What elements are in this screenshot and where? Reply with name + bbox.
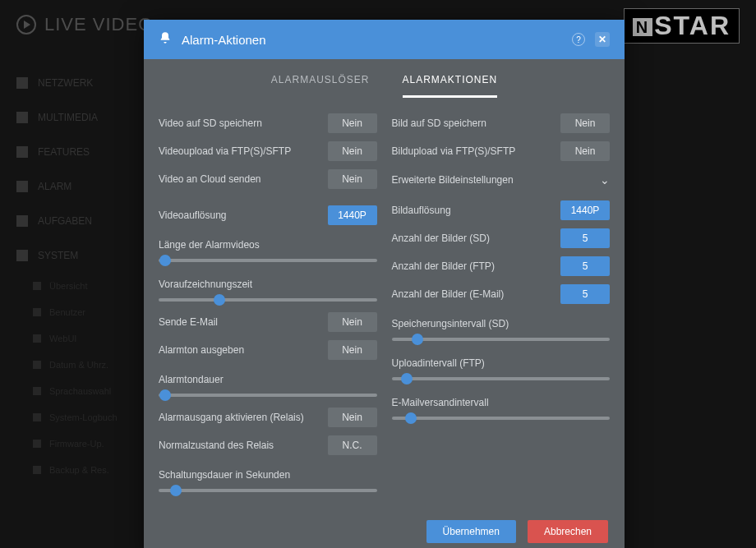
select-relay-state[interactable]: N.C.	[328, 435, 377, 455]
modal-header: Alarm-Aktionen ? ✕	[144, 20, 625, 59]
row-alarm-tone: Alarmton ausgebenNein	[159, 338, 377, 362]
slider-thumb[interactable]	[401, 373, 413, 385]
toggle-video-cloud[interactable]: Nein	[328, 169, 377, 189]
row-image-sd: Bild auf SD speichernNein	[392, 111, 611, 136]
label-interval-sd: Speicherungsintervall (SD)	[392, 318, 611, 329]
label-switch-duration: Schaltungsdauer in Sekunden	[159, 469, 377, 481]
toggle-image-sd[interactable]: Nein	[560, 113, 610, 133]
row-video-cloud: Video an Cloud sendenNein	[159, 167, 377, 191]
cancel-button[interactable]: Abbrechen	[528, 520, 608, 543]
select-video-resolution[interactable]: 1440P	[328, 205, 377, 225]
modal-title: Alarm-Aktionen	[182, 33, 562, 47]
label-video-length: Länge der Alarmvideos	[159, 239, 377, 251]
label-tone-duration: Alarmtondauer	[159, 374, 377, 385]
alarm-actions-modal: Alarm-Aktionen ? ✕ ALARMAUSLÖSER ALARMAK…	[144, 20, 625, 548]
toggle-alarm-tone[interactable]: Nein	[328, 340, 377, 360]
slider-video-length[interactable]	[159, 259, 377, 262]
modal-body: Video auf SD speichernNein Videoupload v…	[144, 98, 625, 507]
close-icon[interactable]: ✕	[595, 32, 610, 47]
right-column: Bild auf SD speichernNein Bildupload via…	[392, 111, 611, 500]
slider-interval-ftp[interactable]	[392, 377, 611, 380]
input-count-email[interactable]: 5	[560, 284, 610, 304]
label-pre-record: Voraufzeichnungszeit	[159, 279, 377, 290]
slider-interval-email[interactable]	[392, 417, 611, 420]
expand-advanced-image[interactable]: Erweiterte Bildeinstellungen ⌄	[392, 167, 611, 195]
slider-thumb[interactable]	[170, 485, 182, 496]
slider-thumb[interactable]	[159, 255, 171, 266]
toggle-video-ftp[interactable]: Nein	[328, 141, 377, 161]
row-video-res: Videoauflösung1440P	[159, 203, 377, 228]
row-relay: Alarmausgang aktivieren (Relais)Nein	[159, 405, 377, 430]
tab-alarm-trigger[interactable]: ALARMAUSLÖSER	[271, 74, 370, 98]
row-count-email: Anzahl der Bilder (E-Mail)5	[392, 282, 611, 306]
input-count-ftp[interactable]: 5	[560, 256, 610, 276]
chevron-down-icon: ⌄	[600, 173, 610, 187]
label-advanced-image: Erweiterte Bildeinstellungen	[392, 174, 514, 186]
row-video-sd: Video auf SD speichernNein	[159, 111, 377, 136]
input-count-sd[interactable]: 5	[560, 228, 610, 248]
slider-tone-duration[interactable]	[159, 394, 377, 397]
tab-alarm-actions[interactable]: ALARMAKTIONEN	[403, 74, 498, 98]
label-interval-ftp: Uploadintervall (FTP)	[392, 357, 611, 369]
slider-pre-record[interactable]	[159, 298, 377, 302]
slider-thumb[interactable]	[214, 294, 225, 306]
row-relay-state: Normalzustand des RelaisN.C.	[159, 433, 377, 458]
modal-footer: Übernehmen Abbrechen	[144, 507, 625, 548]
select-image-resolution[interactable]: 1440P	[560, 200, 610, 220]
bell-icon	[159, 31, 172, 48]
help-icon[interactable]: ?	[572, 33, 585, 46]
row-count-sd: Anzahl der Bilder (SD)5	[392, 226, 611, 251]
toggle-relay[interactable]: Nein	[328, 408, 377, 427]
row-count-ftp: Anzahl der Bilder (FTP)5	[392, 254, 611, 279]
slider-switch-duration[interactable]	[159, 489, 377, 492]
slider-thumb[interactable]	[159, 389, 171, 401]
slider-thumb[interactable]	[405, 412, 417, 424]
toggle-video-sd[interactable]: Nein	[328, 113, 377, 133]
row-image-res: Bildauflösung1440P	[392, 198, 611, 223]
slider-thumb[interactable]	[412, 334, 423, 345]
toggle-email[interactable]: Nein	[328, 312, 377, 332]
row-email: Sende E-MailNein	[159, 310, 377, 334]
slider-interval-sd[interactable]	[392, 338, 611, 341]
label-interval-email: E-Mailversandintervall	[392, 397, 611, 408]
toggle-image-ftp[interactable]: Nein	[560, 141, 610, 161]
row-video-ftp: Videoupload via FTP(S)/SFTPNein	[159, 139, 377, 163]
row-image-ftp: Bildupload via FTP(S)/SFTPNein	[392, 139, 611, 163]
apply-button[interactable]: Übernehmen	[426, 520, 516, 543]
left-column: Video auf SD speichernNein Videoupload v…	[159, 111, 377, 500]
modal-tabs: ALARMAUSLÖSER ALARMAKTIONEN	[144, 59, 625, 98]
